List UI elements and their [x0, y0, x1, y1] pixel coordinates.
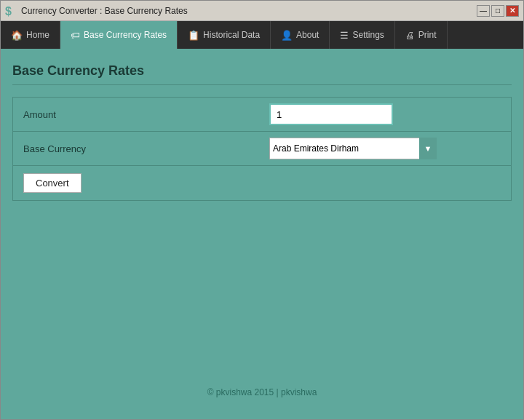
app-window: $ Currency Converter : Base Currency Rat…: [0, 0, 524, 420]
person-icon: 👤: [281, 30, 293, 41]
main-content: Base Currency Rates Amount Base Currency…: [1, 49, 523, 419]
navbar: 🏠 Home 🏷 Base Currency Rates 📋 Historica…: [1, 21, 523, 49]
clipboard-icon: 📋: [188, 30, 199, 41]
currency-label: Base Currency: [13, 136, 261, 162]
nav-label-print: Print: [418, 30, 437, 40]
footer-text: © pkvishwa 2015 | pkvishwa: [207, 387, 317, 397]
title-bar-left: $ Currency Converter : Base Currency Rat…: [5, 5, 188, 17]
amount-field-wrapper: [261, 98, 511, 131]
currency-field-wrapper: Arab Emirates Dirham US Dollar Euro Brit…: [261, 132, 511, 165]
nav-item-settings[interactable]: ☰ Settings: [330, 21, 394, 49]
app-icon: $: [5, 5, 17, 17]
tag-icon: 🏷: [71, 30, 80, 41]
form-container: Amount Base Currency Arab Emirates Dirha…: [12, 97, 512, 201]
minimize-button[interactable]: —: [477, 5, 490, 17]
amount-label: Amount: [13, 102, 261, 127]
convert-button[interactable]: Convert: [23, 173, 82, 193]
convert-row: Convert: [13, 166, 511, 200]
nav-label-base-currency-rates: Base Currency Rates: [84, 30, 167, 40]
settings-icon: ☰: [340, 30, 349, 41]
currency-row: Base Currency Arab Emirates Dirham US Do…: [13, 132, 511, 166]
home-icon: 🏠: [11, 30, 23, 41]
nav-item-print[interactable]: 🖨 Print: [395, 21, 448, 49]
window-controls: — □ ✕: [477, 5, 519, 17]
print-icon: 🖨: [405, 30, 415, 41]
nav-label-about: About: [296, 30, 319, 40]
amount-input[interactable]: [269, 103, 393, 125]
nav-item-historical-data[interactable]: 📋 Historical Data: [178, 21, 271, 49]
nav-item-about[interactable]: 👤 About: [271, 21, 330, 49]
close-button[interactable]: ✕: [506, 5, 519, 17]
nav-label-home: Home: [26, 30, 49, 40]
nav-label-settings: Settings: [352, 30, 384, 40]
title-bar: $ Currency Converter : Base Currency Rat…: [1, 1, 523, 21]
window-title: Currency Converter : Base Currency Rates: [21, 6, 188, 16]
page-title: Base Currency Rates: [12, 63, 512, 85]
nav-item-base-currency-rates[interactable]: 🏷 Base Currency Rates: [60, 21, 178, 49]
nav-item-home[interactable]: 🏠 Home: [1, 21, 60, 49]
select-wrapper: Arab Emirates Dirham US Dollar Euro Brit…: [269, 138, 437, 159]
footer: © pkvishwa 2015 | pkvishwa: [12, 380, 512, 405]
base-currency-select[interactable]: Arab Emirates Dirham US Dollar Euro Brit…: [269, 138, 437, 159]
maximize-button[interactable]: □: [491, 5, 504, 17]
nav-label-historical-data: Historical Data: [203, 30, 260, 40]
amount-row: Amount: [13, 98, 511, 132]
